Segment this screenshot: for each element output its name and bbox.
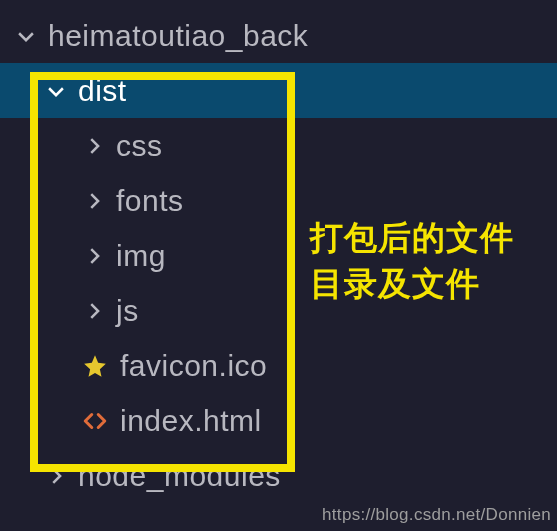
tree-file-index-html[interactable]: index.html — [0, 393, 557, 448]
tree-folder-label: js — [116, 294, 139, 328]
chevron-right-icon — [42, 462, 70, 490]
chevron-down-icon — [12, 22, 40, 50]
tree-folder-dist[interactable]: dist — [0, 63, 557, 118]
tree-folder-fonts[interactable]: fonts — [0, 173, 557, 228]
tree-file-favicon[interactable]: favicon.ico — [0, 338, 557, 393]
tree-folder-css[interactable]: css — [0, 118, 557, 173]
tree-file-label: favicon.ico — [120, 349, 267, 383]
tree-folder-label: fonts — [116, 184, 184, 218]
tree-folder-label: css — [116, 129, 163, 163]
tree-folder-js[interactable]: js — [0, 283, 557, 338]
chevron-down-icon — [42, 77, 70, 105]
star-icon — [80, 351, 110, 381]
chevron-right-icon — [80, 297, 108, 325]
tree-folder-node-modules[interactable]: node_modules — [0, 448, 557, 503]
tree-folder-label: heimatoutiao_back — [48, 19, 308, 53]
file-explorer: heimatoutiao_back dist css fonts img js — [0, 0, 557, 531]
chevron-right-icon — [80, 187, 108, 215]
chevron-right-icon — [80, 132, 108, 160]
tree-file-label: index.html — [120, 404, 262, 438]
html-icon — [80, 406, 110, 436]
chevron-right-icon — [80, 242, 108, 270]
tree-folder-root[interactable]: heimatoutiao_back — [0, 8, 557, 63]
tree-folder-img[interactable]: img — [0, 228, 557, 283]
tree-folder-label: dist — [78, 74, 127, 108]
tree-folder-label: node_modules — [78, 459, 281, 493]
tree-folder-label: img — [116, 239, 166, 273]
